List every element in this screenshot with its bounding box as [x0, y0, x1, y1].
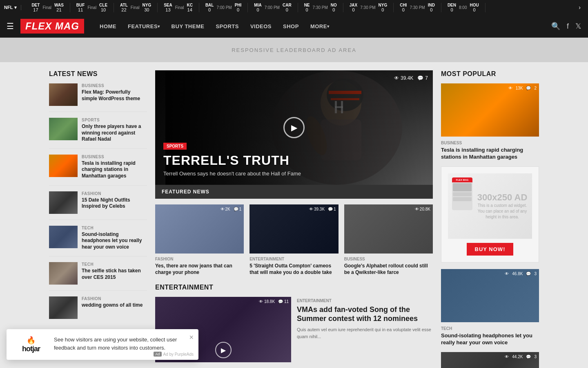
ent-play-btn[interactable]: ▶	[215, 342, 232, 358]
popular-category-2: TECH	[441, 326, 539, 331]
ticker-next-icon[interactable]: ›	[575, 4, 584, 11]
nav-links: HOME FEATURES BUY THEME SPORTS VIDEOS SH…	[94, 15, 551, 38]
eye-icon: 👁	[394, 75, 399, 81]
eye-icon-f1: 👁	[220, 207, 225, 211]
popular-thumb-1[interactable]: 👁 13K 💬 2	[441, 83, 539, 137]
featured-item-2[interactable]: 👁 39.3K 💬 1 ENTERTAINMENT 5 'Straight Ou…	[249, 204, 338, 276]
popular-comment-icon-2: 💬	[526, 272, 531, 276]
most-popular-title: MOST POPULAR	[441, 70, 539, 78]
popular-thumb-2[interactable]: 👁 46.8K 💬 3	[441, 269, 539, 322]
site-logo[interactable]: FLEX MAG	[20, 19, 84, 34]
news-category-6: TECH	[82, 262, 147, 267]
nav-home[interactable]: HOME	[94, 15, 122, 38]
news-category-7: FASHION	[82, 296, 147, 301]
hero-title: TERRELL'S TRUTH	[163, 153, 301, 168]
hotjar-close-icon[interactable]: ×	[189, 333, 194, 342]
main-content: LATEST NEWS BUSINESS Flex Mag: Powerfull…	[0, 62, 588, 368]
news-category-4: FASHION	[82, 191, 147, 196]
search-icon[interactable]: 🔍	[551, 22, 560, 31]
facebook-icon[interactable]: f	[567, 22, 569, 31]
ad-desc: This is a custom ad widget. You can plac…	[474, 203, 531, 220]
news-thumb-3	[49, 155, 78, 177]
ticker-league[interactable]: NFL ▾	[4, 5, 21, 10]
news-headline-4: 15 Date Night Outfits Inspired by Celebs	[82, 197, 147, 210]
entertainment-title: ENTERTAINMENT	[155, 284, 433, 291]
featured-category-1: FASHION	[155, 257, 244, 261]
popular-stats-3: 👁 44.2K 💬 3	[505, 355, 537, 359]
news-item-2[interactable]: SPORTS Only three players have a winning…	[49, 118, 147, 149]
ad-banner-text: RESPONSIVE LEADERBOARD AD AREA	[232, 47, 356, 53]
navbar: ☰ FLEX MAG HOME FEATURES BUY THEME SPORT…	[0, 15, 588, 38]
ticker-game-3[interactable]: ATL22 Final NYG30	[114, 3, 158, 12]
ent-category: ENTERTAINMENT	[297, 298, 433, 303]
ad-icon: Ad	[154, 352, 161, 357]
hotjar-flame-icon: 🔥	[27, 336, 36, 345]
ticker-game-5[interactable]: BAL0 7:00 PM PHI0	[199, 3, 248, 12]
ticker-game-8[interactable]: JAX0 7:30 PM NYG0	[343, 3, 394, 12]
ticker-league-label: NFL	[4, 5, 13, 10]
ticker-game-6[interactable]: MIA0 7:00 PM CAR0	[248, 3, 298, 12]
news-item-1[interactable]: BUSINESS Flex Mag: Powerfully simple Wor…	[49, 83, 147, 112]
nav-more[interactable]: MORE	[305, 15, 335, 38]
news-item-5[interactable]: TECH Sound-isolating headphones let you …	[49, 226, 147, 257]
hotjar-logo-text: hotjar	[22, 345, 40, 353]
popular-stats-1: 👁 13K 💬 2	[508, 86, 537, 90]
news-thumb-1	[49, 83, 78, 106]
news-category-2: SPORTS	[82, 118, 147, 122]
popular-views-icon-2: 👁	[505, 272, 509, 276]
twitter-icon[interactable]: 𝕏	[575, 22, 581, 31]
nav-features[interactable]: FEATURES	[122, 15, 166, 38]
play-button[interactable]: ▶	[283, 117, 305, 138]
news-category-5: TECH	[82, 226, 147, 230]
ad-widget: FLEX MAG 300x250 AD This is a custom ad …	[441, 166, 539, 263]
news-headline-2: Only three players have a winning record…	[82, 123, 147, 143]
news-thumb-5	[49, 226, 78, 248]
nav-videos[interactable]: VIDEOS	[245, 15, 277, 38]
eye-icon-f2: 👁	[309, 207, 313, 211]
popular-views-icon-1: 👁	[508, 86, 512, 90]
popular-headline-1[interactable]: Tesla is installing rapid charging stati…	[441, 147, 539, 161]
featured-item-1[interactable]: 👁 2K 💬 1 FASHION Yes, there are now jean…	[155, 204, 244, 276]
hero-stats: 👁 39.4K 💬 7	[394, 75, 428, 81]
ticker-game-7[interactable]: NE0 7:30 PM NO0	[298, 3, 343, 12]
news-category-3: BUSINESS	[82, 155, 147, 159]
news-item-4[interactable]: FASHION 15 Date Night Outfits Inspired b…	[49, 191, 147, 220]
hero-article[interactable]: 👁 39.4K 💬 7 ▶ SPORTS TERRELL'S TRUTH Ter…	[155, 70, 433, 185]
nav-icons: 🔍 f 𝕏	[551, 22, 581, 31]
nav-sports[interactable]: SPORTS	[210, 15, 244, 38]
news-meta-1: BUSINESS Flex Mag: Powerfully simple Wor…	[82, 83, 147, 106]
ticker-game-2[interactable]: BUF11 Final CLE10	[70, 3, 114, 12]
news-thumb-2	[49, 118, 78, 140]
featured-thumb-3: 👁 20.8K	[344, 204, 433, 254]
comment-icon: 💬	[417, 75, 423, 81]
ent-title[interactable]: VMAs add fan-voted Song of the Summer co…	[297, 305, 433, 323]
featured-views-2: 👁 39.3K	[309, 207, 325, 211]
featured-views-3: 👁 20.8K	[415, 207, 430, 211]
ticker-game-4[interactable]: SEA13 Final KC14	[158, 3, 199, 12]
popular-thumb-3[interactable]: 👁 44.2K 💬 3	[441, 352, 539, 368]
ticker-game-10[interactable]: DEN0 8:00 HOU0	[441, 3, 486, 12]
news-meta-3: BUSINESS Tesla is installing rapid charg…	[82, 155, 147, 180]
news-thumb-4	[49, 191, 78, 214]
latest-news-title: LATEST NEWS	[49, 70, 147, 78]
nav-shop[interactable]: SHOP	[277, 15, 305, 38]
popular-headline-2[interactable]: Sound-isolating headphones let you reall…	[441, 332, 539, 346]
featured-item-3[interactable]: 👁 20.8K BUSINESS Google's Alphabet rollo…	[344, 204, 433, 276]
hamburger-menu-icon[interactable]: ☰	[7, 21, 14, 31]
comment-icon-f2: 💬	[328, 207, 333, 211]
ticker-bar: NFL ▾ DET17 Final WAS21 BUF11 Final CLE1…	[0, 0, 588, 15]
ticker-game-1[interactable]: DET17 Final WAS21	[25, 3, 70, 12]
ad-buy-button[interactable]: BUY NOW!	[467, 243, 514, 256]
ticker-game-9[interactable]: CHI0 7:30 PM IND0	[394, 3, 441, 12]
nav-buy-theme[interactable]: BUY THEME	[166, 15, 210, 38]
ad-size-label: 300x250 AD	[474, 192, 531, 203]
news-item-7[interactable]: FASHION wedding gowns of all time	[49, 296, 147, 325]
featured-views-1: 👁 2K	[220, 207, 230, 211]
news-category-1: BUSINESS	[82, 83, 147, 88]
news-item-3[interactable]: BUSINESS Tesla is installing rapid charg…	[49, 155, 147, 186]
ad-text-group: 300x250 AD This is a custom ad widget. Y…	[474, 192, 531, 220]
featured-headline-2: 5 'Straight Outta Compton' cameos that w…	[249, 263, 338, 276]
news-item-6[interactable]: TECH The selfie stick has taken over CES…	[49, 262, 147, 291]
ent-excerpt: Quis autem vel eum iure reprehenderit qu…	[297, 326, 433, 340]
news-headline-7: wedding gowns of all time	[82, 302, 147, 309]
